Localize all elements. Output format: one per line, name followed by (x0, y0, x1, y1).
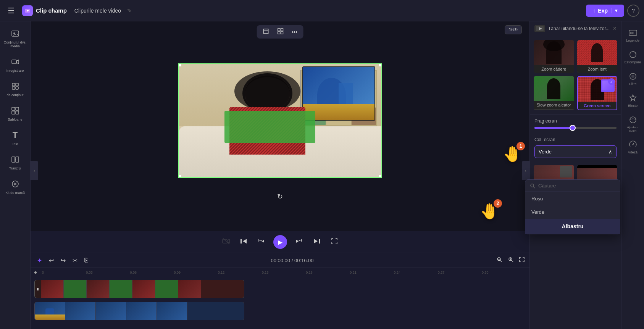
track-thumb-rest (201, 280, 244, 298)
speed-icon (628, 140, 638, 149)
ruler-mark-7: 0:21 (350, 271, 394, 274)
rewind-button[interactable] (256, 236, 266, 248)
svg-line-32 (500, 260, 502, 262)
svg-rect-6 (16, 83, 18, 86)
track-thumbnails (35, 280, 244, 298)
expand-timeline-button[interactable] (519, 256, 525, 264)
color-dropdown[interactable]: Verde ∧ (534, 145, 617, 158)
color-screen-section: Col. ecran Verde ∧ (530, 133, 621, 162)
magic-button[interactable]: ✦ (35, 256, 44, 265)
crop-button[interactable] (260, 27, 272, 37)
play-button[interactable]: ▶ (273, 235, 287, 249)
svg-rect-7 (12, 87, 15, 89)
canvas-handle-tl[interactable] (178, 63, 181, 66)
forward-button[interactable] (294, 236, 305, 248)
effect-card-zoom-cadere[interactable]: Zoom cădere (534, 40, 574, 73)
sidebar-item-content[interactable]: de conținut (2, 78, 29, 100)
topbar-right: ↑ Exp ▾ ? (586, 5, 639, 17)
sidebar-label-text: Text (12, 142, 18, 146)
basketball-thumb-rest (187, 302, 244, 320)
svg-point-3 (13, 32, 15, 34)
svg-rect-5 (12, 83, 15, 86)
effect-card-green-screen[interactable]: ✓ Green screen (577, 76, 618, 110)
dropdown-item-rosu[interactable]: Roșu (525, 192, 620, 205)
copy-button[interactable]: ⎘ (82, 256, 90, 265)
more-options-button[interactable]: ••• (289, 27, 300, 37)
sidebar-item-speed[interactable]: Viteză (623, 137, 643, 157)
track-clip-green-screen[interactable]: ⏸ (34, 280, 244, 298)
sidebar-label-templates: Șabloane (8, 118, 22, 121)
cut-button[interactable]: ✂ (71, 256, 79, 265)
sidebar-item-brand[interactable]: Kit de marcă (2, 176, 29, 198)
playhead[interactable] (34, 271, 37, 274)
close-panel-button[interactable]: × (613, 25, 617, 32)
svg-marker-27 (262, 240, 264, 243)
track-clip-basketball[interactable] (34, 302, 244, 320)
collapse-left-button[interactable]: ‹ (31, 161, 38, 180)
hamburger-button[interactable]: ☰ (5, 5, 18, 17)
ruler-mark-5: 0:15 (262, 271, 306, 274)
dropdown-search-container (525, 180, 620, 192)
video-frame: ↻ (178, 63, 382, 189)
svg-point-44 (631, 75, 634, 78)
dropdown-item-albastru[interactable]: Albastru (525, 219, 620, 234)
effects-grid: Zoom cădere Zoom lent (530, 36, 621, 114)
basketball-thumb-3 (96, 302, 126, 320)
zoom-out-button[interactable] (494, 255, 504, 265)
svg-point-48 (632, 144, 633, 145)
sidebar-item-blur[interactable]: Estompare (623, 47, 643, 67)
dropdown-item-verde[interactable]: Verde (525, 205, 620, 219)
ruler-mark-1: 0:03 (86, 271, 130, 274)
canvas-handle-bl[interactable] (178, 175, 181, 178)
search-icon (530, 183, 535, 189)
canvas-handle-br[interactable] (379, 175, 382, 178)
app-name: Clip champ (36, 7, 67, 14)
refresh-button[interactable]: ↻ (277, 192, 283, 201)
effect-card-slow-zoom[interactable]: Slow zoom aleator (534, 76, 574, 110)
sidebar-item-media[interactable]: Conținutul dvs. media (2, 25, 29, 51)
track-1: ⏸ (34, 279, 526, 299)
record-icon (10, 56, 21, 67)
export-button[interactable]: ↑ Exp ▾ (586, 5, 624, 17)
canvas-handle-tr[interactable] (379, 63, 382, 66)
dropdown-search-input[interactable] (538, 183, 615, 189)
slider-thumb[interactable] (570, 125, 576, 131)
sidebar-item-record[interactable]: Înregistrare (2, 53, 29, 76)
sidebar-item-text[interactable]: T Text (2, 127, 29, 149)
timeline-ruler: 0 0:03 0:06 0:09 0:12 0:15 0:18 0:21 0:2… (31, 268, 529, 277)
speed-label: Viteză (628, 150, 638, 154)
effect-thumb-zoom-lent (577, 40, 618, 65)
threshold-label: Prag ecran (534, 118, 617, 124)
camera-off-button[interactable] (221, 236, 231, 248)
sidebar-item-color[interactable]: Ajustare culori (623, 112, 643, 135)
ruler-marks: 0 0:03 0:06 0:09 0:12 0:15 0:18 0:21 0:2… (34, 271, 526, 274)
previous-button[interactable] (238, 236, 249, 248)
svg-marker-25 (243, 239, 247, 244)
sidebar-item-filters[interactable]: Filtre (623, 69, 643, 89)
sidebar-item-templates[interactable]: Șabloane (2, 102, 29, 124)
help-button[interactable]: ? (627, 5, 639, 17)
collapse-right-button[interactable]: › (522, 161, 529, 180)
threshold-slider[interactable] (534, 127, 617, 129)
ruler-mark-0: 0 (42, 271, 86, 274)
center-area: ••• 16:9 (31, 21, 529, 329)
ruler-mark-9: 0:27 (438, 271, 482, 274)
effect-label-green-screen: Green screen (578, 102, 617, 110)
right-icons-sidebar: CC Legende Estompare Filtre Efecte (621, 21, 644, 329)
chevron-up-icon: ∧ (608, 149, 612, 155)
effect-card-zoom-lent[interactable]: Zoom lent (577, 40, 618, 73)
basketball-thumb-1 (35, 302, 65, 320)
sidebar-item-effects[interactable]: Efecte (623, 90, 643, 111)
redo-button[interactable]: ↪ (59, 256, 68, 265)
export-dropdown-arrow[interactable]: ▾ (612, 8, 617, 13)
sidebar-item-transitions[interactable]: Tranziții (2, 151, 29, 173)
zoom-in-button[interactable] (506, 255, 516, 265)
svg-marker-28 (296, 240, 299, 243)
sidebar-item-captions[interactable]: CC Legende (623, 25, 643, 45)
next-button[interactable] (312, 236, 322, 248)
undo-button[interactable]: ↩ (47, 256, 56, 265)
sidebar-label-transitions: Tranziții (9, 166, 21, 170)
layout-button[interactable] (274, 27, 286, 37)
fullscreen-button[interactable] (329, 236, 340, 248)
track-thumb-1 (41, 280, 64, 298)
